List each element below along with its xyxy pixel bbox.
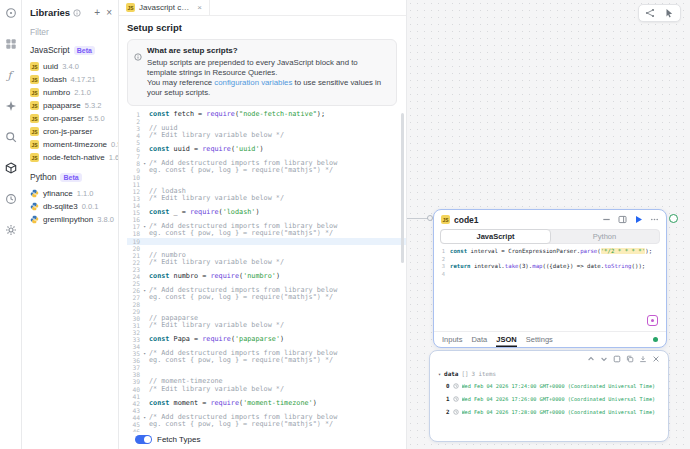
expand-icon[interactable]: [613, 355, 621, 365]
filter-input[interactable]: Filter: [30, 27, 112, 37]
configuration-variables-link[interactable]: configuration variables: [214, 78, 292, 87]
json-row[interactable]: 2Wed Feb 04 2026 17:28:00 GMT+0000 (Coor…: [438, 405, 660, 418]
ai-assist-icon[interactable]: [647, 315, 658, 326]
output-toolbar: [438, 355, 660, 365]
library-item-cron-parser[interactable]: JScron-parser5.5.0: [30, 112, 112, 125]
json-row[interactable]: 1Wed Feb 04 2026 17:26:00 GMT+0000 (Coor…: [438, 392, 660, 405]
workflow-canvas[interactable]: JS code1 JavaScriptPython 1const interva…: [407, 0, 690, 449]
close-panel-button[interactable]: ×: [106, 8, 112, 18]
footer-tab-inputs[interactable]: Inputs: [442, 332, 462, 347]
connector-edge: [407, 218, 428, 219]
code-line[interactable]: 2: [436, 256, 664, 264]
library-item-cron-js-parser[interactable]: JScron-js-parser: [30, 125, 112, 138]
collapse-icon[interactable]: [602, 215, 611, 224]
json-root-type: []: [461, 371, 468, 377]
clock-icon: [453, 383, 459, 389]
library-item-yfinance[interactable]: yfinance1.1.0: [30, 187, 112, 200]
svg-text:ƒ: ƒ: [5, 69, 14, 81]
chevron-down-icon[interactable]: [600, 355, 608, 365]
code-line[interactable]: 10: [127, 174, 406, 181]
caret-down-icon[interactable]: ▾: [438, 371, 441, 377]
canvas-toolbar: [638, 4, 681, 22]
sparkle-icon[interactable]: [5, 100, 17, 112]
json-row[interactable]: 0Wed Feb 04 2026 17:24:00 GMT+0000 (Coor…: [438, 379, 660, 392]
code-line[interactable]: 31/* Edit library variable below */: [127, 322, 406, 329]
run-output-panel: ▾ data [] 3 items 0Wed Feb 04 2026 17:24…: [429, 350, 669, 442]
library-item-gremlinpython[interactable]: gremlinpython3.8.0: [30, 213, 112, 226]
node-output-port[interactable]: [669, 214, 678, 223]
js-icon: JS: [30, 140, 39, 149]
tab-javascript-code[interactable]: JS Javascript c… ×: [119, 0, 210, 15]
library-item-moment-timezone[interactable]: JSmoment-timezone0.5.23: [30, 138, 112, 151]
node-code-editor[interactable]: 1const interval = CronExpressionParser.p…: [436, 248, 664, 331]
code-line[interactable]: 15const _ = require('lodash'): [127, 209, 406, 216]
code-line[interactable]: 4: [436, 271, 664, 279]
copy-icon[interactable]: [626, 355, 634, 365]
add-library-button[interactable]: +: [94, 8, 100, 18]
code1-node[interactable]: JS code1 JavaScriptPython 1const interva…: [433, 209, 667, 348]
footer-tab-json[interactable]: JSON: [496, 332, 516, 347]
download-icon[interactable]: [639, 355, 647, 365]
chevron-up-icon[interactable]: [587, 355, 595, 365]
code-line[interactable]: 27eg. const { pow, log } = require("math…: [127, 294, 406, 301]
code-line[interactable]: 19: [127, 238, 406, 245]
page-title: Setup script: [127, 22, 406, 33]
code-line[interactable]: 3return interval.take(3).map(({date}) =>…: [436, 263, 664, 271]
code-line[interactable]: 40/* Edit library variable below */: [127, 386, 406, 393]
library-item-lodash[interactable]: JSlodash4.17.21: [30, 73, 112, 86]
grid-icon[interactable]: [5, 38, 17, 50]
code-line[interactable]: 24const numbro = require('numbro'): [127, 273, 406, 280]
js-icon: JS: [30, 153, 39, 162]
fetch-types-toggle[interactable]: [135, 435, 152, 444]
js-icon: JS: [30, 88, 39, 97]
tab-python[interactable]: Python: [550, 230, 659, 243]
circle-dot-icon[interactable]: [5, 7, 17, 19]
code-line[interactable]: 6const uuid = require('uuid'): [127, 146, 406, 153]
select-cursor-icon[interactable]: [664, 8, 674, 18]
code-line[interactable]: 4/* Edit library variable below */: [127, 132, 406, 139]
code-line[interactable]: 37: [127, 364, 406, 371]
json-rows: 0Wed Feb 04 2026 17:24:00 GMT+0000 (Coor…: [438, 379, 660, 418]
js-icon: JS: [30, 101, 39, 110]
gear-icon[interactable]: [5, 224, 17, 236]
scrollbar[interactable]: [401, 113, 404, 263]
close-icon[interactable]: [652, 355, 660, 365]
tab-label: Javascript c…: [139, 3, 189, 12]
function-icon[interactable]: ƒ: [5, 69, 17, 81]
code-line[interactable]: 22/* Edit library variable below */: [127, 259, 406, 266]
footer-tab-data[interactable]: Data: [471, 332, 487, 347]
code-line[interactable]: 9eg. const { pow, log } = require("mathj…: [127, 167, 406, 174]
code-line[interactable]: 42const moment = require('moment-timezon…: [127, 400, 406, 407]
search-icon[interactable]: [5, 131, 17, 143]
share-icon[interactable]: [645, 8, 655, 18]
library-item-uuid[interactable]: JSuuid3.4.0: [30, 60, 112, 73]
code-line[interactable]: 1const fetch = require("node-fetch-nativ…: [127, 111, 406, 118]
code-line[interactable]: 18eg. const { pow, log } = require("math…: [127, 230, 406, 237]
js-icon: JS: [30, 62, 39, 71]
code-line[interactable]: 45eg. const { pow, log } = require("math…: [127, 421, 406, 428]
code-line[interactable]: 36eg. const { pow, log } = require("math…: [127, 357, 406, 364]
code-line[interactable]: 33const Papa = require('papaparse'): [127, 336, 406, 343]
close-tab-icon[interactable]: ×: [197, 3, 202, 12]
setup-script-code-editor[interactable]: 1const fetch = require("node-fetch-nativ…: [127, 111, 406, 432]
section-label-javascript: JavaScriptBeta: [30, 45, 112, 55]
js-icon: JS: [30, 127, 39, 136]
library-item-db-sqlite3[interactable]: db-sqlite30.0.1: [30, 200, 112, 213]
library-item-papaparse[interactable]: JSpapaparse5.3.2: [30, 99, 112, 112]
tab-javascript[interactable]: JavaScript: [440, 229, 551, 244]
run-icon[interactable]: [634, 215, 643, 224]
code-line[interactable]: 28: [127, 301, 406, 308]
editor-tabbar: JS Javascript c… ×: [119, 0, 406, 16]
code-line[interactable]: 1const interval = CronExpressionParser.p…: [436, 248, 664, 256]
code-line[interactable]: 46: [127, 428, 406, 432]
more-icon[interactable]: [650, 215, 659, 224]
library-item-numbro[interactable]: JSnumbro2.1.0: [30, 86, 112, 99]
package-icon[interactable]: [5, 162, 17, 174]
open-panel-icon[interactable]: [618, 215, 627, 224]
library-item-node-fetch-native[interactable]: JSnode-fetch-native1.6.7: [30, 151, 112, 164]
node-title: code1: [454, 215, 479, 225]
footer-tab-settings[interactable]: Settings: [526, 332, 553, 347]
code-line[interactable]: 13/* Edit library variable below */: [127, 195, 406, 202]
clock-icon[interactable]: [5, 193, 17, 205]
json-root-row[interactable]: ▾ data [] 3 items: [438, 368, 660, 379]
